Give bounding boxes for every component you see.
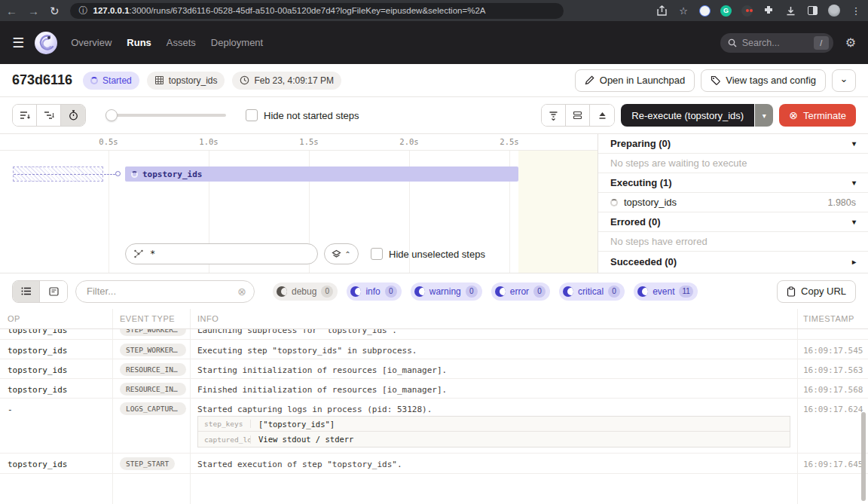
share-icon[interactable] xyxy=(656,5,668,17)
level-toggle-event[interactable]: event 11 xyxy=(634,283,698,301)
slider-track xyxy=(105,114,226,117)
search-icon xyxy=(728,38,737,47)
stopwatch-icon xyxy=(69,110,78,121)
event-type-badge: RESOURCE_INIT_STARTED xyxy=(120,363,186,376)
run-header: 673d6116 Started topstory_ids Feb 23, 4:… xyxy=(0,64,868,97)
job-tag[interactable]: topstory_ids xyxy=(147,72,225,90)
expand-rows-button[interactable] xyxy=(566,105,590,126)
dagster-logo[interactable] xyxy=(35,32,57,54)
log-row[interactable]: topstory_ids STEP_START Started executio… xyxy=(0,454,868,474)
browser-back-icon[interactable]: ← xyxy=(6,5,17,17)
browser-reload-icon[interactable]: ↻ xyxy=(50,5,60,17)
extensions-puzzle-icon[interactable] xyxy=(763,5,775,17)
gantt-view-mode-group xyxy=(12,104,86,127)
metadata-row: step_keys ["topstory_ids"] xyxy=(198,417,790,432)
executing-step-row[interactable]: topstory_ids 1.980s xyxy=(598,193,868,212)
profile-avatar[interactable] xyxy=(828,5,840,17)
list-icon xyxy=(21,287,32,295)
url-host: 127.0.0.1 xyxy=(93,6,130,15)
bookmark-star-icon[interactable]: ☆ xyxy=(677,5,689,17)
step-status-panel: Preparing (0) ▾ No steps are waiting to … xyxy=(598,134,868,273)
step-selector[interactable] xyxy=(125,243,318,264)
spinner-icon xyxy=(90,77,98,84)
level-count-badge: 0 xyxy=(608,286,620,298)
settings-gear-icon[interactable]: ⚙ xyxy=(845,35,856,50)
log-filter-field: ⊗ xyxy=(75,280,255,303)
gantt-chart: 0.5s 1.0s 1.5s 2.0s 2.5s topstory_ids ⌃ … xyxy=(0,134,598,273)
nav-item-assets[interactable]: Assets xyxy=(167,37,196,48)
toggle-knob-icon xyxy=(277,286,287,297)
browser-menu-icon[interactable]: ⋮ xyxy=(850,5,862,17)
clear-filter-icon[interactable]: ⊗ xyxy=(237,286,246,298)
gantt-step-bar[interactable]: topstory_ids xyxy=(125,166,518,182)
toggle-knob-icon xyxy=(563,286,573,297)
hide-unselected-label: Hide unselected steps xyxy=(389,249,485,260)
clipboard-icon xyxy=(787,286,796,297)
step-selector-input[interactable] xyxy=(150,249,310,259)
gantt-zoom-slider[interactable] xyxy=(105,109,226,121)
log-row[interactable]: topstory_ids STEP_WORKER_STARTED Executi… xyxy=(0,340,868,359)
view-waterfall-button[interactable] xyxy=(37,105,61,126)
log-row[interactable]: topstory_ids RESOURCE_INIT_SUCCESS Finis… xyxy=(0,379,868,399)
copy-url-button[interactable]: Copy URL xyxy=(777,280,856,303)
nav-item-deployment[interactable]: Deployment xyxy=(211,37,263,48)
site-info-icon[interactable]: ⓘ xyxy=(79,5,88,17)
reexecute-button[interactable]: Re-execute (topstory_ids) xyxy=(621,104,754,127)
view-tags-config-button[interactable]: View tags and config xyxy=(701,69,826,92)
extension-dark-icon[interactable] xyxy=(741,5,753,17)
global-search[interactable]: Search... / xyxy=(720,33,833,53)
gantt-connector-dot xyxy=(115,171,121,176)
level-toggle-error[interactable]: error 0 xyxy=(491,283,550,301)
view-stdout-stderr-link[interactable]: View stdout / stderr xyxy=(251,435,361,444)
run-id: 673d6116 xyxy=(12,72,72,88)
section-succeeded[interactable]: Succeeded (0) ▸ xyxy=(598,252,868,271)
graph-query-toggle-button[interactable]: ⌃ xyxy=(324,243,359,264)
pencil-icon xyxy=(585,75,594,85)
search-shortcut-hint: / xyxy=(814,36,829,50)
log-structured-view-button[interactable] xyxy=(40,281,67,302)
nav-item-runs[interactable]: Runs xyxy=(127,37,151,48)
run-more-actions-button[interactable]: ⌄ xyxy=(832,69,856,92)
hamburger-menu-icon[interactable]: ☰ xyxy=(12,35,24,51)
collapse-panel-button[interactable] xyxy=(590,105,614,126)
event-type-badge: STEP_START xyxy=(120,457,175,470)
run-start-time: Feb 23, 4:09:17 PM xyxy=(232,72,341,90)
extension-clock-icon[interactable] xyxy=(699,5,711,17)
view-timed-button[interactable] xyxy=(61,105,85,126)
terminate-button[interactable]: ⊗ Terminate xyxy=(779,104,856,127)
step-name: topstory_ids xyxy=(624,197,677,208)
log-scrollbar-thumb[interactable] xyxy=(861,412,866,501)
level-toggle-info[interactable]: info 0 xyxy=(347,283,401,301)
slider-knob[interactable] xyxy=(105,109,118,121)
extension-grammarly-icon[interactable]: G xyxy=(720,5,732,17)
downloads-icon[interactable] xyxy=(784,5,796,17)
circle-x-icon: ⊗ xyxy=(789,109,798,121)
side-panel-icon[interactable] xyxy=(806,5,818,17)
log-row[interactable]: - LOGS_CAPTURED Started capturing logs i… xyxy=(0,399,868,454)
log-toolbar: ⊗ debug 0 info 0 warning 0 error 0 xyxy=(0,273,868,309)
filter-funnel-button[interactable] xyxy=(542,105,566,126)
spinner-icon xyxy=(610,199,618,206)
level-toggle-debug[interactable]: debug 0 xyxy=(273,283,338,301)
gantt-prep-hatch-bar xyxy=(13,166,103,182)
op-selector-icon xyxy=(133,249,144,259)
hide-not-started-checkbox[interactable] xyxy=(246,109,258,121)
caret-down-icon: ▾ xyxy=(852,218,856,226)
level-toggle-critical[interactable]: critical 0 xyxy=(559,283,625,301)
section-errored[interactable]: Errored (0) ▾ xyxy=(598,212,868,232)
log-filter-input[interactable] xyxy=(87,286,237,297)
level-toggle-warning[interactable]: warning 0 xyxy=(411,283,482,301)
browser-address-bar[interactable]: ⓘ 127.0.0.1:3000/runs/673d6116-0528-45df… xyxy=(70,3,564,19)
view-flat-list-button[interactable] xyxy=(13,105,37,126)
browser-forward-icon[interactable]: → xyxy=(28,5,39,17)
log-row[interactable]: topstory_ids RESOURCE_INIT_STARTED Start… xyxy=(0,359,868,379)
log-list-view-button[interactable] xyxy=(13,281,40,302)
run-status-badge[interactable]: Started xyxy=(83,72,139,90)
log-row[interactable]: topstory_ids STEP_WORKER_STARTING Launch… xyxy=(0,329,868,340)
reexecute-dropdown-button[interactable]: ▾ xyxy=(755,104,773,127)
open-in-launchpad-button[interactable]: Open in Launchpad xyxy=(575,69,695,92)
nav-item-overview[interactable]: Overview xyxy=(71,37,112,48)
hide-unselected-checkbox[interactable] xyxy=(371,248,383,260)
section-executing[interactable]: Executing (1) ▾ xyxy=(598,173,868,193)
section-preparing[interactable]: Preparing (0) ▾ xyxy=(598,134,868,154)
